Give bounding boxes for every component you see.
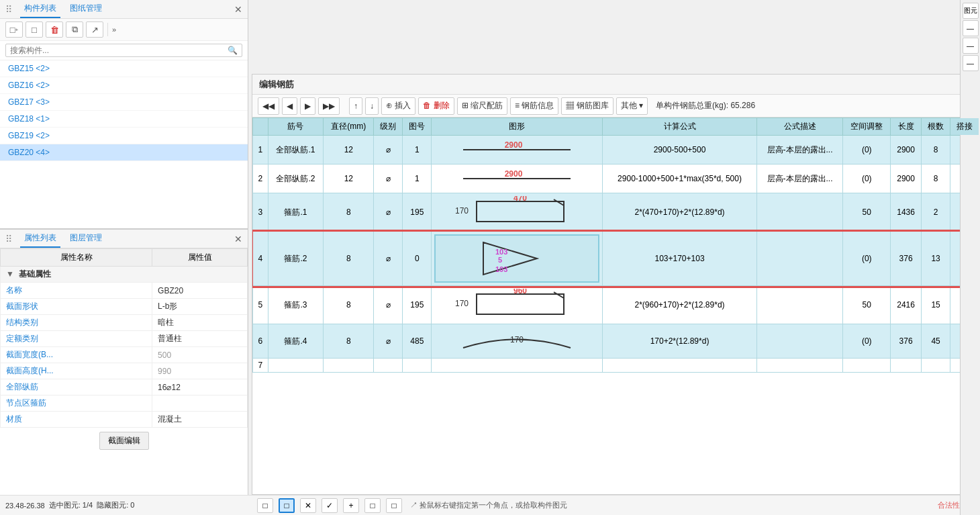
status-left: 23.48-26.38 选中图元: 1/4 隐藏图元: 0 — [0, 495, 252, 515]
component-item-gbz15[interactable]: GBZ15 <2> — [0, 60, 248, 77]
delete-btn[interactable]: 🗑 删除 — [418, 97, 454, 115]
cell-desc — [756, 193, 843, 232]
right-btn-ele[interactable]: 图元 — [963, 3, 979, 19]
attr-value-1[interactable]: L-b形 — [152, 299, 248, 315]
attr-value-6[interactable]: 16⌀12 — [152, 379, 248, 395]
col-adj: 空间调整 — [843, 118, 891, 136]
cell-shape: 170 — [432, 324, 603, 359]
search-input[interactable] — [10, 46, 228, 55]
new-component-btn[interactable]: □+ — [5, 21, 23, 38]
attr-panel-close[interactable]: ✕ — [234, 234, 242, 244]
move-down-btn[interactable]: ↓ — [365, 97, 379, 115]
bottom-btn-3[interactable]: ✕ — [300, 498, 316, 513]
cell-grade: ⌀ — [374, 136, 403, 165]
rebar-library-btn[interactable]: ▦ 钢筋图库 — [561, 97, 613, 115]
table-row[interactable]: 3 箍筋.1 8 ⌀ 195 170 — [253, 193, 979, 232]
attr-col-name: 属性名称 — [1, 249, 152, 267]
attr-drag-handle: ⠿ — [5, 234, 12, 244]
rebar-info-btn[interactable]: ≡ 钢筋信息 — [510, 97, 558, 115]
component-panel-close[interactable]: ✕ — [234, 4, 242, 15]
col-shape: 图形 — [432, 118, 603, 136]
cell-name: 全部纵筋.1 — [268, 136, 323, 165]
component-item-gbz18[interactable]: GBZ18 <1> — [0, 111, 248, 128]
toolbar-sep-1 — [107, 23, 108, 36]
cell-grade: ⌀ — [374, 286, 403, 324]
component-panel-header: ⠿ 构件列表 图纸管理 ✕ — [0, 0, 248, 19]
attr-name-4: 截面宽度(B... — [1, 347, 152, 363]
cell-shape: 170 470 — [432, 193, 603, 232]
table-row[interactable]: 2 全部纵筋.2 12 ⌀ 1 2900 2900-1000+500+1*ma — [253, 165, 979, 193]
component-item-gbz17[interactable]: GBZ17 <3> — [0, 94, 248, 111]
right-btn-minus-3[interactable]: — — [963, 55, 979, 71]
cell-count — [922, 359, 950, 373]
cell-id: 1 — [253, 136, 268, 165]
other-btn[interactable]: 其他 ▾ — [616, 97, 648, 115]
nav-last-btn[interactable]: ▶▶ — [318, 97, 340, 115]
nav-next-btn[interactable]: ▶ — [300, 97, 315, 115]
cell-diameter: 8 — [324, 286, 374, 324]
right-panel: 图元 — — — — [960, 0, 980, 515]
bottom-btn-2[interactable]: □ — [279, 498, 295, 513]
cell-formula: 170+2*(12.89*d) — [603, 324, 756, 359]
svg-rect-40 — [477, 201, 564, 222]
bottom-btn-4[interactable]: ✓ — [322, 498, 338, 513]
attr-row-material: 材质 混凝土 — [1, 412, 248, 428]
cell-name: 箍筋.1 — [268, 193, 323, 232]
cell-desc — [756, 359, 843, 373]
cell-name: 箍筋.4 — [268, 324, 323, 359]
component-item-gbz20[interactable]: GBZ20 <4> — [0, 144, 248, 161]
attr-value-4[interactable]: 500 — [152, 347, 248, 363]
export-btn[interactable]: ↗ — [86, 21, 103, 38]
drag-handle: ⠿ — [5, 4, 12, 15]
attr-value-5[interactable]: 990 — [152, 363, 248, 379]
cell-length: 376 — [891, 324, 922, 359]
tab-layer-mgmt[interactable]: 图层管理 — [66, 230, 106, 248]
cell-formula — [603, 359, 756, 373]
selected-info: 选中图元: 1/4 — [49, 500, 93, 510]
component-item-gbz16[interactable]: GBZ16 <2> — [0, 77, 248, 94]
svg-rect-48 — [477, 294, 564, 314]
table-row[interactable]: 5 箍筋.3 8 ⌀ 195 170 960 — [253, 286, 979, 324]
component-item-gbz19[interactable]: GBZ19 <2> — [0, 128, 248, 144]
svg-marker-44 — [483, 242, 537, 275]
table-row[interactable]: 1 全部纵筋.1 12 ⌀ 1 2900 2900-500+500 — [253, 136, 979, 165]
cell-diameter: 12 — [324, 136, 374, 165]
move-up-btn[interactable]: ↑ — [349, 97, 362, 115]
shape-svg-2: 2900 — [456, 169, 577, 189]
nav-prev-btn[interactable]: ◀ — [282, 97, 297, 115]
nav-first-btn[interactable]: ◀◀ — [258, 97, 279, 115]
tab-component-list[interactable]: 构件列表 — [20, 0, 60, 18]
tab-attr-list[interactable]: 属性列表 — [20, 230, 60, 248]
bottom-btn-5[interactable]: + — [343, 498, 359, 513]
duplicate-btn[interactable]: ⧉ — [66, 21, 83, 38]
bottom-bar: □ □ ✕ ✓ + □ □ ↗ 捡鼠标右键指定第一个角点，或拾取构件图元 合法性… — [252, 495, 980, 515]
insert-btn[interactable]: ⊕ 插入 — [381, 97, 415, 115]
bottom-btn-1[interactable]: □ — [257, 498, 273, 513]
table-row-empty[interactable]: 7 — [253, 359, 979, 373]
table-row-selected[interactable]: 4 箍筋.2 8 ⌀ 0 103 5 — [253, 232, 979, 286]
attr-value-2[interactable]: 暗柱 — [152, 315, 248, 331]
attr-value-8[interactable]: 混凝土 — [152, 412, 248, 428]
attr-value-0[interactable]: GBZ20 — [152, 283, 248, 299]
section-edit-btn[interactable]: 截面编辑 — [99, 432, 149, 450]
attr-name-5: 截面高度(H... — [1, 363, 152, 379]
tab-drawing-mgmt[interactable]: 图纸管理 — [66, 0, 106, 18]
svg-text:470: 470 — [513, 196, 527, 203]
scale-config-btn[interactable]: ⊞ 缩尺配筋 — [457, 97, 507, 115]
col-length: 长度 — [891, 118, 922, 136]
cell-length: 2900 — [891, 165, 922, 193]
cell-diameter: 8 — [324, 193, 374, 232]
copy-component-btn[interactable]: □ — [26, 21, 43, 38]
toolbar-more[interactable]: » — [112, 26, 116, 34]
cell-id: 3 — [253, 193, 268, 232]
bottom-btn-7[interactable]: □ — [386, 498, 402, 513]
delete-component-btn[interactable]: 🗑 — [46, 21, 63, 38]
table-header-row: 筋号 直径(mm) 级别 图号 图形 计算公式 公式描述 空间调整 长度 根数 … — [253, 118, 979, 136]
cell-desc: 层高-本层的露出... — [756, 136, 843, 165]
table-row[interactable]: 6 箍筋.4 8 ⌀ 485 170 170 — [253, 324, 979, 359]
right-btn-minus-1[interactable]: — — [963, 20, 979, 36]
bottom-btn-6[interactable]: □ — [364, 498, 381, 513]
right-btn-minus-2[interactable]: — — [963, 38, 979, 54]
attr-value-3[interactable]: 普通柱 — [152, 331, 248, 347]
attr-value-7[interactable] — [152, 395, 248, 412]
